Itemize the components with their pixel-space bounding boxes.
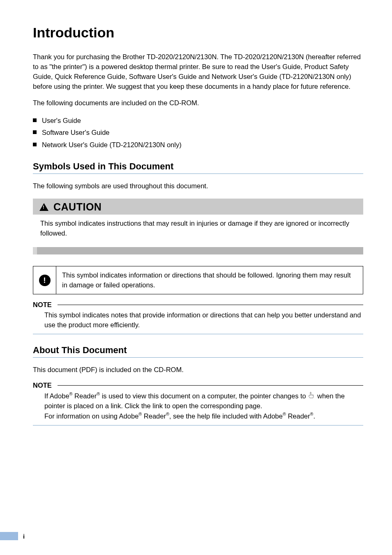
heading-underline	[33, 357, 363, 358]
note-label: NOTE	[33, 382, 52, 389]
note2-text: Reader	[286, 412, 310, 419]
list-item: User's Guide	[33, 115, 363, 127]
note2-text: , see the help file included with Adobe	[169, 412, 283, 419]
page-footer: i	[0, 531, 25, 541]
page-number: i	[23, 533, 25, 540]
cdrom-intro-line: The following documents are included on …	[33, 98, 363, 108]
reg-mark: ®	[97, 391, 100, 396]
info-circle-icon: !	[39, 275, 51, 286]
caution-text: This symbol indicates instructions that …	[33, 215, 363, 238]
heading-underline	[33, 173, 363, 174]
important-box: ! This symbol indicates information or d…	[33, 266, 363, 294]
note-header-line	[58, 385, 363, 386]
note-body: If Adobe® Reader® is used to view this d…	[33, 390, 363, 423]
page-content: Introduction Thank you for purchasing th…	[0, 0, 392, 426]
page-title: Introduction	[33, 25, 363, 41]
note-body: This symbol indicates notes that provide…	[33, 310, 363, 332]
list-item: Network User's Guide (TD-2120N/2130N onl…	[33, 139, 363, 151]
note-label: NOTE	[33, 301, 52, 309]
note2-text: For information on using Adobe	[44, 412, 138, 419]
section-heading-symbols: Symbols Used in This Document	[33, 161, 363, 172]
note2-text: .	[313, 412, 315, 419]
caution-box: CAUTION This symbol indicates instructio…	[33, 199, 363, 255]
note-bottom-rule	[33, 334, 363, 334]
reg-mark: ®	[166, 412, 169, 416]
important-text: This symbol indicates information or dir…	[56, 266, 363, 294]
note2-text: Reader	[142, 412, 166, 419]
warning-triangle-icon	[39, 203, 48, 211]
important-icon-cell: !	[33, 266, 56, 294]
section-heading-about: About This Document	[33, 345, 363, 356]
about-lead: This document (PDF) is included on the C…	[33, 365, 363, 375]
symbols-lead: The following symbols are used throughou…	[33, 181, 363, 191]
note-bottom-rule	[33, 425, 363, 426]
note-header-line	[58, 305, 363, 305]
note-header: NOTE	[33, 301, 363, 309]
note2-text: Reader	[72, 392, 97, 400]
caution-footer-bar	[33, 247, 363, 254]
note2-text: If Adobe	[44, 392, 69, 400]
pointer-hand-icon	[308, 391, 315, 400]
caution-header: CAUTION	[33, 199, 363, 215]
footer-accent-bar	[0, 532, 18, 540]
reg-mark: ®	[283, 412, 286, 416]
note-header: NOTE	[33, 382, 363, 389]
list-item: Software User's Guide	[33, 127, 363, 139]
note2-text: is used to view this document on a compu…	[100, 392, 308, 400]
intro-paragraph: Thank you for purchasing the Brother TD-…	[33, 52, 363, 92]
cdrom-list: User's Guide Software User's Guide Netwo…	[33, 115, 363, 151]
caution-label: CAUTION	[53, 201, 101, 213]
